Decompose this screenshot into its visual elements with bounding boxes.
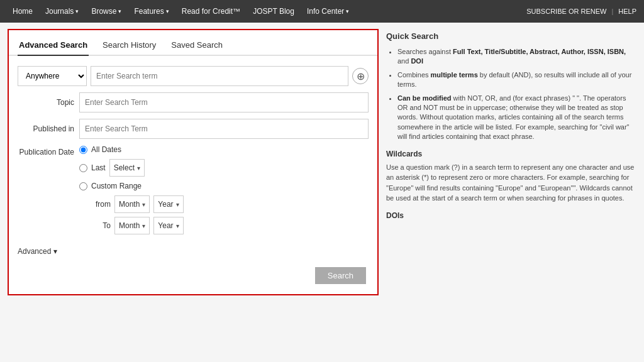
from-year-select[interactable]: Year ▾ bbox=[153, 195, 183, 213]
nav-info-center[interactable]: Info Center ▾ bbox=[302, 0, 354, 23]
topic-row: Topic bbox=[18, 92, 369, 112]
from-label: from bbox=[92, 200, 111, 209]
custom-range-label: Custom Range bbox=[91, 182, 142, 190]
published-in-label: Published in bbox=[18, 124, 74, 133]
chevron-down-icon: ▾ bbox=[142, 201, 145, 208]
topic-input[interactable] bbox=[79, 92, 369, 112]
dois-title: DOIs bbox=[386, 211, 636, 220]
chevron-down-icon: ▾ bbox=[118, 8, 121, 14]
to-year-select[interactable]: Year ▾ bbox=[153, 217, 183, 234]
search-panel: Advanced Search Search History Saved Sea… bbox=[8, 29, 379, 295]
publication-date-section: Publication Date All Dates Last Sel bbox=[18, 145, 369, 238]
last-date-radio[interactable] bbox=[79, 164, 87, 172]
search-button[interactable]: Search bbox=[315, 267, 366, 284]
chevron-down-icon: ▾ bbox=[142, 222, 145, 229]
nav-read-for-credit-label: Read for Credit™ bbox=[182, 7, 240, 16]
chevron-down-icon: ▾ bbox=[176, 222, 179, 229]
to-year-value: Year bbox=[158, 221, 173, 230]
search-button-row: Search bbox=[18, 267, 369, 284]
wildcards-text: Use a question mark (?) in a search term… bbox=[386, 162, 636, 204]
nav-home[interactable]: Home bbox=[8, 0, 38, 23]
custom-range-radio[interactable] bbox=[79, 182, 87, 190]
right-panel: Quick Search Searches against Full Text,… bbox=[386, 29, 636, 295]
all-dates-radio[interactable] bbox=[79, 146, 87, 154]
tab-search-history[interactable]: Search History bbox=[101, 36, 157, 56]
search-term-input[interactable] bbox=[91, 66, 348, 86]
topic-label: Topic bbox=[18, 98, 74, 107]
search-field-select[interactable]: Anywhere bbox=[18, 66, 87, 86]
chevron-down-icon: ▾ bbox=[137, 165, 140, 172]
subscribe-button[interactable]: SUBSCRIBE OR RENEW bbox=[526, 8, 606, 15]
list-item: Can be modified with NOT, OR, and (for e… bbox=[397, 94, 636, 142]
chevron-down-icon: ▾ bbox=[166, 8, 169, 14]
date-from-row: from Month ▾ Year ▾ bbox=[79, 195, 184, 213]
pub-date-label: Publication Date bbox=[18, 148, 74, 156]
all-dates-radio-label: All Dates bbox=[91, 145, 121, 154]
list-item: Searches against Full Text, Title/Subtit… bbox=[397, 47, 636, 67]
wildcards-title: Wildcards bbox=[386, 150, 636, 158]
nav-divider: | bbox=[611, 8, 613, 15]
published-in-row: Published in bbox=[18, 119, 369, 139]
pub-date-grid: Publication Date All Dates Last Sel bbox=[18, 145, 369, 238]
nav-jospt-blog-label: JOSPT Blog bbox=[253, 7, 294, 16]
to-label: To bbox=[92, 221, 111, 230]
quick-search-title: Quick Search bbox=[386, 31, 636, 41]
search-tabs: Advanced Search Search History Saved Sea… bbox=[9, 30, 377, 56]
published-in-input[interactable] bbox=[79, 119, 369, 139]
from-month-value: Month bbox=[119, 200, 140, 209]
nav-features[interactable]: Features ▾ bbox=[129, 0, 174, 23]
to-month-value: Month bbox=[119, 221, 140, 230]
advanced-toggle-button[interactable]: Advanced ▾ bbox=[18, 244, 369, 258]
primary-search-row: Anywhere ⊕ bbox=[18, 66, 369, 86]
advanced-section: Advanced ▾ bbox=[18, 244, 369, 258]
tab-advanced-search[interactable]: Advanced Search bbox=[18, 36, 89, 56]
nav-journals-label: Journals bbox=[45, 7, 74, 16]
advanced-label: Advanced bbox=[18, 247, 51, 256]
nav-browse-label: Browse bbox=[91, 7, 116, 16]
list-item: Combines multiple terms by default (AND)… bbox=[397, 70, 636, 90]
main-content: Advanced Search Search History Saved Sea… bbox=[0, 23, 644, 302]
tab-saved-search[interactable]: Saved Search bbox=[170, 36, 224, 56]
quick-search-list: Searches against Full Text, Title/Subtit… bbox=[386, 47, 636, 142]
nav-journals[interactable]: Journals ▾ bbox=[40, 0, 84, 23]
nav-browse[interactable]: Browse ▾ bbox=[86, 0, 126, 23]
help-button[interactable]: HELP bbox=[618, 8, 636, 15]
nav-read-for-credit[interactable]: Read for Credit™ bbox=[177, 0, 245, 23]
chevron-down-icon: ▾ bbox=[346, 8, 349, 14]
pub-date-options: All Dates Last Select ▾ bbox=[79, 145, 184, 238]
last-row: Last Select ▾ bbox=[79, 159, 184, 177]
search-form: Anywhere ⊕ Topic Published in Publicatio… bbox=[9, 56, 377, 294]
from-month-select[interactable]: Month ▾ bbox=[114, 195, 150, 213]
to-month-select[interactable]: Month ▾ bbox=[114, 217, 150, 234]
nav-features-label: Features bbox=[134, 7, 164, 16]
all-dates-row: All Dates bbox=[79, 145, 184, 154]
nav-right: SUBSCRIBE OR RENEW | HELP bbox=[526, 8, 636, 15]
chevron-down-icon: ▾ bbox=[53, 247, 57, 256]
nav-jospt-blog[interactable]: JOSPT Blog bbox=[248, 0, 299, 23]
add-search-term-button[interactable]: ⊕ bbox=[352, 68, 369, 84]
last-select-value: Select bbox=[114, 163, 135, 172]
from-year-value: Year bbox=[158, 200, 173, 209]
custom-range-row-header: Custom Range bbox=[79, 182, 184, 190]
date-to-row: To Month ▾ Year ▾ bbox=[79, 217, 184, 234]
nav-home-label: Home bbox=[13, 7, 33, 16]
chevron-down-icon: ▾ bbox=[176, 201, 179, 208]
last-select-dropdown[interactable]: Select ▾ bbox=[109, 159, 145, 177]
nav-left: Home Journals ▾ Browse ▾ Features ▾ Read… bbox=[8, 0, 526, 23]
top-navigation: Home Journals ▾ Browse ▾ Features ▾ Read… bbox=[0, 0, 644, 23]
last-label: Last bbox=[91, 163, 106, 172]
chevron-down-icon: ▾ bbox=[75, 8, 79, 14]
nav-info-center-label: Info Center bbox=[307, 7, 344, 16]
